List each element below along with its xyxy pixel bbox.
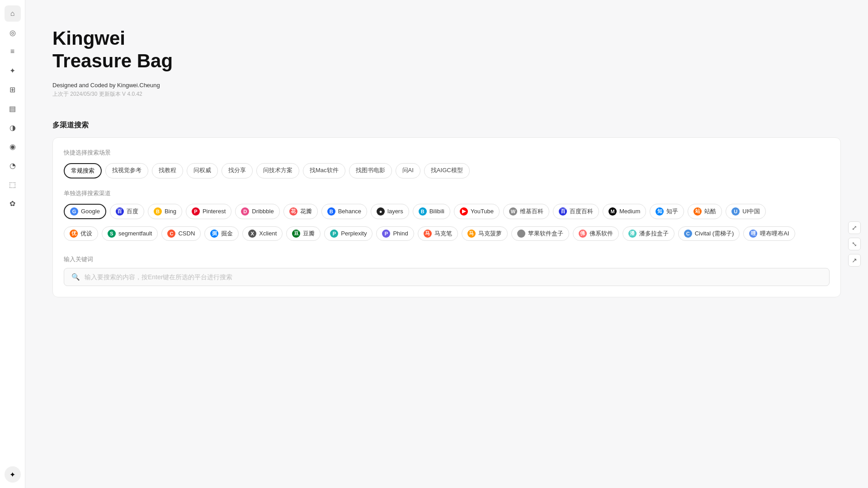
channel-icon-huaban: 花 [289,207,297,216]
channel-label-baiduwiki: 百度百科 [570,207,593,216]
channel-pill-youjian[interactable]: 优优设 [64,226,98,241]
sidebar-item-chart[interactable]: ◔ [5,157,21,174]
channel-label-baidu: 百度 [127,207,138,216]
scenario-tag-visual[interactable]: 找视觉参考 [105,163,148,178]
scenario-tag-aigc[interactable]: 找AIGC模型 [424,163,470,178]
version-info: 上次于 2024/05/30 更新版本 V 4.0.42 [52,90,841,98]
scenario-tag-ai[interactable]: 问AI [396,163,420,178]
sidebar-item-home[interactable]: ⌂ [5,5,21,22]
collapse-button[interactable]: ⤡ [848,238,861,250]
channel-label-hebu: 哩布哩布AI [760,230,789,238]
search-icon: 🔍 [71,273,80,281]
channel-pill-panduo[interactable]: 潘潘多拉盒子 [623,226,675,241]
search-input-wrapper: 🔍 [64,268,830,286]
channel-icon-zhanye: 站 [693,207,702,216]
channel-pill-wikipedia[interactable]: W维基百科 [503,204,549,219]
channel-label-youtube: YouTube [471,208,494,215]
channel-label-csdn: CSDN [178,230,195,237]
section-title-search: 多渠道搜索 [52,121,841,130]
channel-pill-uichina[interactable]: UUI中国 [726,204,766,219]
channel-label-medium: Medium [619,208,640,215]
channel-pill-civital[interactable]: CCivital (需梯子) [678,226,740,241]
scenario-tag-tech[interactable]: 问技术方案 [256,163,299,178]
sidebar-item-list[interactable]: ≡ [5,43,21,60]
channel-pills-row1: GGoogle百百度BBingPPinterestDDribbble花花瓣BBe… [64,204,830,219]
scenario-tag-authority[interactable]: 问权威 [187,163,218,178]
channel-label-zhanye: 站酷 [704,207,716,216]
channel-pill-baiduwiki[interactable]: 百百度百科 [553,204,599,219]
channel-pill-huaban[interactable]: 花花瓣 [283,204,318,219]
channel-pill-youtube[interactable]: ▶YouTube [454,204,500,219]
channel-pill-fo[interactable]: 佛佛系软件 [573,226,619,241]
channel-pill-juejin[interactable]: 掘掘金 [204,226,239,241]
sidebar-item-compass[interactable]: ◎ [5,24,21,41]
channel-section-label: 单独选择搜索渠道 [64,189,830,197]
channel-label-panduo: 潘多拉盒子 [639,230,669,238]
scenario-tag-book[interactable]: 找图书电影 [349,163,392,178]
channel-pill-hebu[interactable]: 哩哩布哩布AI [743,226,795,241]
main-content: Kingwei Treasure Bag Designed and Coded … [25,0,868,488]
channel-pill-perplexity[interactable]: PPerplexity [324,226,373,241]
channel-icon-bing: B [154,207,162,216]
channel-icon-baidu: 百 [116,207,124,216]
sidebar-item-puzzle[interactable]: ✿ [5,195,21,211]
channel-pill-baidu[interactable]: 百百度 [110,204,144,219]
channel-pill-segfault[interactable]: Ssegmentfault [102,226,158,241]
channel-pill-xclient[interactable]: XXclient [242,226,283,241]
channel-pill-apple[interactable]: 苹果软件盒子 [511,226,569,241]
channel-icon-panduo: 潘 [628,230,637,238]
channel-pill-dribbble[interactable]: DDribbble [235,204,279,219]
channel-pill-makejin[interactable]: 马马克菠萝 [462,226,508,241]
channel-label-zhihu: 知乎 [666,207,678,216]
channel-pill-douban[interactable]: 豆豆瓣 [286,226,321,241]
channel-label-uichina: UI中国 [742,207,760,216]
theme-toggle-button[interactable]: ✦ [5,466,21,483]
sidebar-item-star[interactable]: ✦ [5,62,21,79]
channel-pill-zhanye[interactable]: 站站酷 [688,204,722,219]
channel-label-huaban: 花瓣 [300,207,312,216]
channel-pill-bing[interactable]: BBing [148,204,182,219]
channel-icon-layers: ● [377,207,385,216]
page-title: Kingwei Treasure Bag [52,27,841,73]
channel-icon-pinterest: P [192,207,200,216]
channel-label-maxuetang: 马克笔 [434,230,452,238]
channel-pill-phind[interactable]: PPhind [376,226,414,241]
scenario-tag-mac[interactable]: 找Mac软件 [303,163,345,178]
scenario-tag-share[interactable]: 找分享 [222,163,253,178]
scenario-tags: 常规搜索找视觉参考找教程问权威找分享问技术方案找Mac软件找图书电影问AI找AI… [64,163,830,178]
right-buttons: ⤢ ⤡ ↗ [848,221,861,267]
channel-icon-perplexity: P [330,230,338,238]
channel-pill-bilibili[interactable]: BBilibili [413,204,450,219]
channel-icon-phind: P [382,230,390,238]
channel-label-apple: 苹果软件盒子 [528,230,563,238]
search-input[interactable] [85,273,822,281]
channel-label-bilibili: Bilibili [429,208,444,215]
sidebar-item-note[interactable]: ▤ [5,100,21,117]
external-link-button[interactable]: ↗ [848,254,861,267]
scenario-tag-normal[interactable]: 常规搜索 [64,163,102,178]
channel-pill-csdn[interactable]: CCSDN [161,226,201,241]
expand-button[interactable]: ⤢ [848,221,861,234]
channel-icon-douban: 豆 [292,230,300,238]
channel-pill-zhihu[interactable]: 知知乎 [650,204,684,219]
channel-icon-hebu: 哩 [749,230,757,238]
channel-label-dribbble: Dribbble [252,208,274,215]
channel-icon-xclient: X [248,230,256,238]
channel-pill-pinterest[interactable]: PPinterest [186,204,231,219]
sidebar-item-chat[interactable]: ⬚ [5,176,21,192]
channel-pill-behance[interactable]: BBehance [321,204,367,219]
scenario-tag-tutorial[interactable]: 找教程 [152,163,183,178]
channel-pill-maxuetang[interactable]: 马马克笔 [418,226,458,241]
channel-pill-layers[interactable]: ●layers [371,204,409,219]
sidebar-item-bulb[interactable]: ◉ [5,138,21,155]
channel-icon-behance: B [327,207,335,216]
subtitle: Designed and Coded by Kingwei.Cheung [52,82,841,89]
search-panel: 快捷选择搜索场景 常规搜索找视觉参考找教程问权威找分享问技术方案找Mac软件找图… [52,137,841,297]
channel-icon-dribbble: D [241,207,249,216]
channel-label-google: Google [81,208,100,215]
channel-icon-maxuetang: 马 [424,230,432,238]
sidebar-item-grid[interactable]: ⊞ [5,81,21,98]
sidebar-item-globe[interactable]: ◑ [5,119,21,136]
channel-pill-medium[interactable]: MMedium [603,204,646,219]
channel-pill-google[interactable]: GGoogle [64,204,106,219]
